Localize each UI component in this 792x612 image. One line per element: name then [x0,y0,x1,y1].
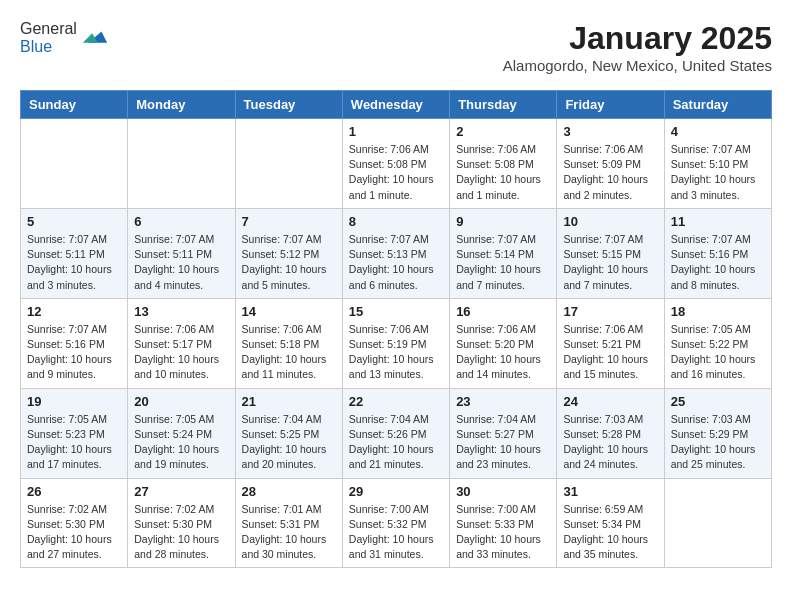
day-number: 10 [563,214,657,229]
day-info: Sunrise: 7:05 AMSunset: 5:23 PMDaylight:… [27,412,121,473]
calendar-cell: 12Sunrise: 7:07 AMSunset: 5:16 PMDayligh… [21,298,128,388]
day-info: Sunrise: 7:07 AMSunset: 5:10 PMDaylight:… [671,142,765,203]
day-info: Sunrise: 7:07 AMSunset: 5:11 PMDaylight:… [27,232,121,293]
day-info: Sunrise: 7:07 AMSunset: 5:14 PMDaylight:… [456,232,550,293]
day-number: 28 [242,484,336,499]
weekday-header: Saturday [664,91,771,119]
calendar-cell: 9Sunrise: 7:07 AMSunset: 5:14 PMDaylight… [450,208,557,298]
day-info: Sunrise: 7:01 AMSunset: 5:31 PMDaylight:… [242,502,336,563]
day-number: 31 [563,484,657,499]
weekday-header: Friday [557,91,664,119]
calendar-cell: 31Sunrise: 6:59 AMSunset: 5:34 PMDayligh… [557,478,664,568]
day-info: Sunrise: 7:07 AMSunset: 5:12 PMDaylight:… [242,232,336,293]
day-number: 6 [134,214,228,229]
calendar-cell: 29Sunrise: 7:00 AMSunset: 5:32 PMDayligh… [342,478,449,568]
day-info: Sunrise: 7:07 AMSunset: 5:16 PMDaylight:… [671,232,765,293]
day-info: Sunrise: 7:06 AMSunset: 5:17 PMDaylight:… [134,322,228,383]
day-info: Sunrise: 7:02 AMSunset: 5:30 PMDaylight:… [27,502,121,563]
day-info: Sunrise: 7:06 AMSunset: 5:09 PMDaylight:… [563,142,657,203]
day-number: 24 [563,394,657,409]
calendar-cell: 28Sunrise: 7:01 AMSunset: 5:31 PMDayligh… [235,478,342,568]
day-number: 16 [456,304,550,319]
calendar-cell: 21Sunrise: 7:04 AMSunset: 5:25 PMDayligh… [235,388,342,478]
weekday-header: Wednesday [342,91,449,119]
weekday-header: Thursday [450,91,557,119]
calendar-cell [128,119,235,209]
calendar-cell: 24Sunrise: 7:03 AMSunset: 5:28 PMDayligh… [557,388,664,478]
day-info: Sunrise: 7:05 AMSunset: 5:24 PMDaylight:… [134,412,228,473]
calendar-cell: 8Sunrise: 7:07 AMSunset: 5:13 PMDaylight… [342,208,449,298]
day-info: Sunrise: 7:06 AMSunset: 5:18 PMDaylight:… [242,322,336,383]
day-number: 5 [27,214,121,229]
day-number: 18 [671,304,765,319]
day-info: Sunrise: 7:06 AMSunset: 5:08 PMDaylight:… [349,142,443,203]
calendar-cell: 23Sunrise: 7:04 AMSunset: 5:27 PMDayligh… [450,388,557,478]
day-info: Sunrise: 7:02 AMSunset: 5:30 PMDaylight:… [134,502,228,563]
day-number: 4 [671,124,765,139]
day-number: 22 [349,394,443,409]
calendar-week-row: 1Sunrise: 7:06 AMSunset: 5:08 PMDaylight… [21,119,772,209]
calendar-cell: 16Sunrise: 7:06 AMSunset: 5:20 PMDayligh… [450,298,557,388]
day-number: 2 [456,124,550,139]
day-number: 7 [242,214,336,229]
day-number: 26 [27,484,121,499]
day-number: 29 [349,484,443,499]
day-info: Sunrise: 7:07 AMSunset: 5:16 PMDaylight:… [27,322,121,383]
calendar-cell: 10Sunrise: 7:07 AMSunset: 5:15 PMDayligh… [557,208,664,298]
day-info: Sunrise: 7:04 AMSunset: 5:27 PMDaylight:… [456,412,550,473]
day-info: Sunrise: 7:07 AMSunset: 5:15 PMDaylight:… [563,232,657,293]
logo-general: General [20,20,77,37]
day-number: 20 [134,394,228,409]
day-info: Sunrise: 7:00 AMSunset: 5:33 PMDaylight:… [456,502,550,563]
day-info: Sunrise: 7:03 AMSunset: 5:29 PMDaylight:… [671,412,765,473]
logo-icon [81,24,109,52]
logo-blue: Blue [20,38,52,55]
day-info: Sunrise: 7:04 AMSunset: 5:26 PMDaylight:… [349,412,443,473]
calendar-cell: 1Sunrise: 7:06 AMSunset: 5:08 PMDaylight… [342,119,449,209]
day-number: 15 [349,304,443,319]
day-number: 27 [134,484,228,499]
day-number: 19 [27,394,121,409]
weekday-header: Monday [128,91,235,119]
calendar-cell: 19Sunrise: 7:05 AMSunset: 5:23 PMDayligh… [21,388,128,478]
calendar-cell: 5Sunrise: 7:07 AMSunset: 5:11 PMDaylight… [21,208,128,298]
calendar-header-row: SundayMondayTuesdayWednesdayThursdayFrid… [21,91,772,119]
calendar-cell: 6Sunrise: 7:07 AMSunset: 5:11 PMDaylight… [128,208,235,298]
day-info: Sunrise: 7:06 AMSunset: 5:20 PMDaylight:… [456,322,550,383]
logo: General Blue [20,20,109,56]
day-info: Sunrise: 7:07 AMSunset: 5:11 PMDaylight:… [134,232,228,293]
logo-text: General Blue [20,20,77,56]
calendar-cell [21,119,128,209]
day-number: 21 [242,394,336,409]
calendar-cell: 20Sunrise: 7:05 AMSunset: 5:24 PMDayligh… [128,388,235,478]
day-number: 9 [456,214,550,229]
calendar-cell: 22Sunrise: 7:04 AMSunset: 5:26 PMDayligh… [342,388,449,478]
day-number: 23 [456,394,550,409]
day-info: Sunrise: 7:03 AMSunset: 5:28 PMDaylight:… [563,412,657,473]
calendar-cell: 14Sunrise: 7:06 AMSunset: 5:18 PMDayligh… [235,298,342,388]
calendar-cell: 2Sunrise: 7:06 AMSunset: 5:08 PMDaylight… [450,119,557,209]
calendar-cell [664,478,771,568]
calendar-cell: 17Sunrise: 7:06 AMSunset: 5:21 PMDayligh… [557,298,664,388]
calendar-cell: 30Sunrise: 7:00 AMSunset: 5:33 PMDayligh… [450,478,557,568]
calendar-cell: 7Sunrise: 7:07 AMSunset: 5:12 PMDaylight… [235,208,342,298]
day-info: Sunrise: 7:06 AMSunset: 5:21 PMDaylight:… [563,322,657,383]
day-number: 14 [242,304,336,319]
calendar-cell: 15Sunrise: 7:06 AMSunset: 5:19 PMDayligh… [342,298,449,388]
day-number: 13 [134,304,228,319]
day-number: 8 [349,214,443,229]
calendar-cell: 25Sunrise: 7:03 AMSunset: 5:29 PMDayligh… [664,388,771,478]
calendar-cell: 11Sunrise: 7:07 AMSunset: 5:16 PMDayligh… [664,208,771,298]
day-number: 3 [563,124,657,139]
month-title: January 2025 [503,20,772,57]
day-info: Sunrise: 6:59 AMSunset: 5:34 PMDaylight:… [563,502,657,563]
day-number: 25 [671,394,765,409]
day-number: 1 [349,124,443,139]
title-block: January 2025 Alamogordo, New Mexico, Uni… [503,20,772,74]
calendar-cell: 26Sunrise: 7:02 AMSunset: 5:30 PMDayligh… [21,478,128,568]
day-info: Sunrise: 7:05 AMSunset: 5:22 PMDaylight:… [671,322,765,383]
calendar-table: SundayMondayTuesdayWednesdayThursdayFrid… [20,90,772,568]
weekday-header: Tuesday [235,91,342,119]
day-info: Sunrise: 7:06 AMSunset: 5:19 PMDaylight:… [349,322,443,383]
day-info: Sunrise: 7:00 AMSunset: 5:32 PMDaylight:… [349,502,443,563]
